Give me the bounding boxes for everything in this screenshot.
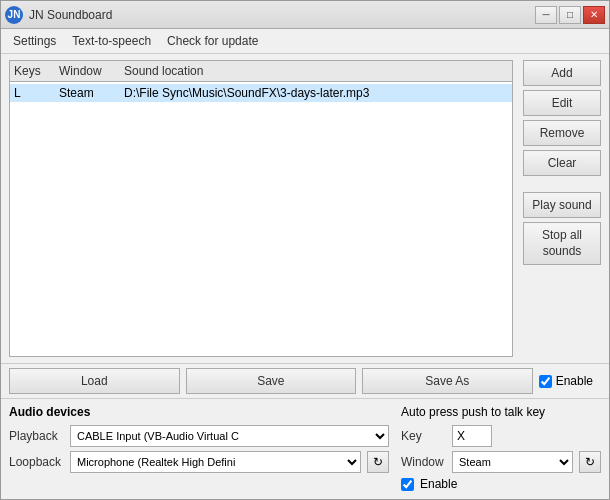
window-title: JN Soundboard	[29, 8, 112, 22]
edit-button[interactable]: Edit	[523, 90, 601, 116]
enable-label: Enable	[556, 374, 593, 388]
row-keys: L	[14, 86, 59, 100]
window-label: Window	[401, 455, 446, 469]
add-button[interactable]: Add	[523, 60, 601, 86]
auto-press-refresh-button[interactable]: ↻	[579, 451, 601, 473]
audio-left: Audio devices Playback CABLE Input (VB-A…	[9, 405, 389, 491]
app-icon: JN	[5, 6, 23, 24]
minimize-button[interactable]: ─	[535, 6, 557, 24]
load-button[interactable]: Load	[9, 368, 180, 394]
menu-check-update[interactable]: Check for update	[159, 31, 266, 51]
bottom-actions: Load Save Save As Enable	[1, 363, 609, 398]
loopback-row: Loopback Microphone (Realtek High Defini…	[9, 451, 389, 473]
enable-checkbox[interactable]	[539, 375, 552, 388]
main-window: JN JN Soundboard ─ □ ✕ Settings Text-to-…	[0, 0, 610, 500]
col-header-location: Sound location	[124, 64, 508, 78]
playback-label: Playback	[9, 429, 64, 443]
close-button[interactable]: ✕	[583, 6, 605, 24]
auto-press-title: Auto press push to talk key	[401, 405, 601, 419]
col-header-keys: Keys	[14, 64, 59, 78]
maximize-button[interactable]: □	[559, 6, 581, 24]
main-area: Keys Window Sound location L Steam D:\Fi…	[1, 54, 609, 363]
remove-button[interactable]: Remove	[523, 120, 601, 146]
auto-press-window-select[interactable]: Steam	[452, 451, 573, 473]
key-row: Key	[401, 425, 601, 447]
auto-press-enable-checkbox[interactable]	[401, 478, 414, 491]
side-buttons: Add Edit Remove Clear Play sound Stop al…	[519, 54, 609, 363]
clear-button[interactable]: Clear	[523, 150, 601, 176]
menu-bar: Settings Text-to-speech Check for update	[1, 29, 609, 54]
key-label: Key	[401, 429, 446, 443]
sound-table: Keys Window Sound location L Steam D:\Fi…	[9, 60, 513, 357]
loopback-refresh-button[interactable]: ↻	[367, 451, 389, 473]
auto-press-enable-label: Enable	[420, 477, 457, 491]
audio-section-title: Audio devices	[9, 405, 389, 419]
key-input[interactable]	[452, 425, 492, 447]
loopback-select[interactable]: Microphone (Realtek High Defini	[70, 451, 361, 473]
title-bar: JN JN Soundboard ─ □ ✕	[1, 1, 609, 29]
stop-all-sounds-button[interactable]: Stop all sounds	[523, 222, 601, 265]
menu-tts[interactable]: Text-to-speech	[64, 31, 159, 51]
playback-select[interactable]: CABLE Input (VB-Audio Virtual C	[70, 425, 389, 447]
play-sound-button[interactable]: Play sound	[523, 192, 601, 218]
table-row[interactable]: L Steam D:\File Sync\Music\SoundFX\3-day…	[10, 84, 512, 102]
table-body: L Steam D:\File Sync\Music\SoundFX\3-day…	[10, 82, 512, 104]
row-location: D:\File Sync\Music\SoundFX\3-days-later.…	[124, 86, 508, 100]
table-area: Keys Window Sound location L Steam D:\Fi…	[1, 54, 519, 363]
window-row: Window Steam ↻	[401, 451, 601, 473]
auto-press-section: Auto press push to talk key Key Window S…	[401, 405, 601, 491]
save-as-button[interactable]: Save As	[362, 368, 533, 394]
auto-press-enable-row: Enable	[401, 477, 601, 491]
menu-settings[interactable]: Settings	[5, 31, 64, 51]
row-window: Steam	[59, 86, 124, 100]
col-header-window: Window	[59, 64, 124, 78]
loopback-label: Loopback	[9, 455, 64, 469]
table-header: Keys Window Sound location	[10, 61, 512, 82]
audio-section: Audio devices Playback CABLE Input (VB-A…	[1, 398, 609, 499]
save-button[interactable]: Save	[186, 368, 357, 394]
enable-section: Enable	[539, 374, 601, 388]
playback-row: Playback CABLE Input (VB-Audio Virtual C	[9, 425, 389, 447]
window-controls: ─ □ ✕	[535, 6, 605, 24]
